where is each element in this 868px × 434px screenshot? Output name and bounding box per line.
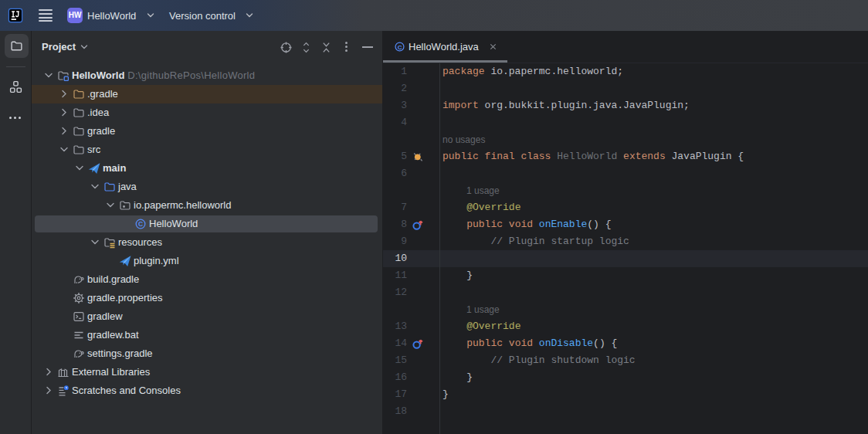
svg-text:C: C	[138, 220, 143, 228]
svg-text:C: C	[398, 44, 402, 51]
